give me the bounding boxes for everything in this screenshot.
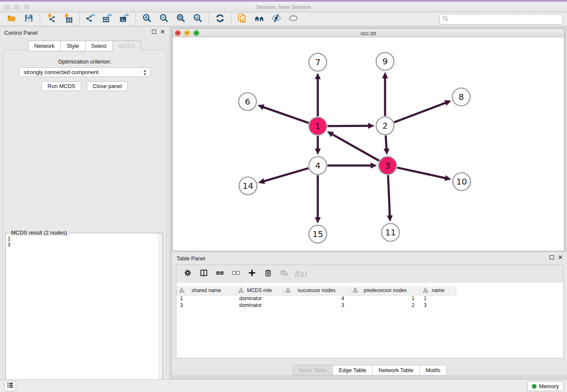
- edge-3-1[interactable]: [332, 134, 379, 161]
- delete-columns-button[interactable]: [261, 267, 275, 281]
- tab-style[interactable]: Style: [61, 41, 85, 51]
- table-row[interactable]: 3dominator323: [177, 302, 456, 309]
- import-network-button[interactable]: [43, 13, 60, 25]
- table-cell[interactable]: 3: [177, 302, 236, 309]
- tab-motifs[interactable]: Motifs: [419, 365, 446, 375]
- node-table-container: f(x) shared nameMCDS rolesuccessor nodes…: [176, 265, 564, 358]
- function-builder-button: f(x): [293, 267, 308, 281]
- control-panel-title: Control Panel: [4, 30, 38, 36]
- open-session-icon: [7, 13, 17, 25]
- mcds-result-text[interactable]: 1 3: [8, 236, 157, 392]
- edge-2-3[interactable]: [385, 135, 386, 149]
- table-cell[interactable]: 2: [350, 302, 421, 309]
- table-cell[interactable]: 1: [350, 295, 421, 302]
- zoom-fit-content-icon: [176, 13, 186, 25]
- float-panel-icon[interactable]: [152, 30, 156, 34]
- zoom-out-button[interactable]: [155, 13, 172, 25]
- edge-arrowhead-4-14: [258, 178, 265, 184]
- settings-gear-button[interactable]: [181, 267, 195, 281]
- node-table[interactable]: shared nameMCDS rolesuccessor nodesprede…: [176, 286, 456, 309]
- table-row[interactable]: 1dominator411: [177, 295, 456, 302]
- open-session-button[interactable]: [3, 13, 20, 25]
- column-header-predecessor-nodes[interactable]: predecessor nodes: [350, 286, 421, 295]
- show-column-panel-icon: [200, 269, 209, 279]
- create-column-button[interactable]: [245, 267, 259, 281]
- hide-selected-button[interactable]: [285, 13, 302, 25]
- show-all-networks-button[interactable]: [251, 13, 268, 25]
- network-window-titlebar[interactable]: scc.txt: [173, 29, 564, 37]
- network-view-window: scc.txt 1234678910111415: [172, 28, 564, 251]
- table-cell[interactable]: dominator: [236, 295, 283, 302]
- zoom-fit-content-button[interactable]: [172, 13, 189, 25]
- search-icon: [442, 15, 449, 24]
- tab-select[interactable]: Select: [85, 41, 113, 51]
- tab-edge-table[interactable]: Edge Table: [333, 365, 372, 375]
- mcds-result-title: MCDS result (2 nodes): [9, 229, 69, 236]
- tab-network-table[interactable]: Network Table: [372, 365, 419, 375]
- edge-2-8[interactable]: [394, 102, 446, 122]
- edge-3-11[interactable]: [388, 175, 390, 216]
- column-header-successor-nodes[interactable]: successor nodes: [283, 286, 350, 295]
- table-cell[interactable]: 1: [177, 295, 236, 302]
- criterion-dropdown[interactable]: strongly connected component: [19, 67, 150, 77]
- node-table-body: 1dominator4113dominator323: [177, 295, 456, 309]
- tab-mcds[interactable]: MCDS: [113, 41, 141, 51]
- search-box[interactable]: [439, 14, 563, 25]
- vertical-splitter[interactable]: [169, 27, 172, 379]
- table-cell[interactable]: 1: [421, 295, 456, 302]
- application-window: Session: New Session Control Panel ✕ Net…: [0, 0, 567, 392]
- run-mcds-button[interactable]: Run MCDS: [41, 81, 81, 91]
- search-input[interactable]: [449, 16, 560, 22]
- function-builder-icon: f(x): [294, 270, 306, 278]
- table-cell[interactable]: 4: [283, 295, 350, 302]
- settings-gear-icon: [184, 269, 193, 279]
- export-table-icon: [102, 13, 113, 25]
- node-4-label: 4: [315, 160, 321, 171]
- toggle-graphics-details-button[interactable]: [268, 13, 285, 25]
- status-bar: Memory: [0, 379, 567, 392]
- edge-3-10[interactable]: [397, 168, 446, 178]
- close-panel-icon[interactable]: ✕: [160, 30, 165, 34]
- clone-network-button[interactable]: [234, 13, 251, 25]
- close-table-panel-icon[interactable]: ✕: [558, 255, 563, 259]
- column-header-name[interactable]: name: [421, 286, 456, 295]
- edge-4-14[interactable]: [263, 168, 308, 181]
- column-header-shared-name[interactable]: shared name: [177, 286, 236, 295]
- select-all-columns-button[interactable]: [213, 267, 227, 281]
- titlebar[interactable]: Session: New Session: [0, 2, 567, 12]
- tab-node-table[interactable]: Node Table: [293, 365, 333, 375]
- network-canvas[interactable]: 1234678910111415: [173, 37, 564, 251]
- zoom-out-icon: [159, 13, 169, 25]
- import-table-button[interactable]: [60, 13, 77, 25]
- tab-network[interactable]: Network: [28, 41, 61, 51]
- float-table-panel-icon[interactable]: [550, 255, 554, 259]
- close-panel-button[interactable]: Close panel: [87, 81, 128, 91]
- zoom-in-button[interactable]: [138, 13, 155, 25]
- node-14-label: 14: [242, 181, 253, 191]
- unselect-all-columns-button[interactable]: [229, 267, 243, 281]
- result-scrollbar[interactable]: [158, 233, 162, 392]
- edge-1-6[interactable]: [263, 107, 308, 123]
- export-table-button[interactable]: [99, 13, 116, 25]
- edge-arrowhead-2-3: [383, 149, 389, 155]
- memory-button[interactable]: Memory: [527, 381, 564, 391]
- edge-1-2[interactable]: [328, 126, 369, 126]
- export-image-button[interactable]: [116, 13, 133, 25]
- table-cell[interactable]: 3: [421, 302, 456, 309]
- node-3-label: 3: [385, 160, 391, 171]
- memory-label: Memory: [539, 383, 559, 389]
- table-toolbar: f(x): [176, 265, 563, 283]
- export-network-button[interactable]: [82, 13, 99, 25]
- show-column-panel-button[interactable]: [197, 267, 211, 281]
- network-graph: 1234678910111415: [173, 37, 564, 251]
- task-history-button[interactable]: [4, 381, 16, 391]
- edge-arrowhead-1-7: [315, 73, 321, 79]
- save-session-button[interactable]: [20, 13, 37, 25]
- zoom-selected-button[interactable]: [189, 13, 206, 25]
- hide-selected-icon: [288, 13, 298, 25]
- table-cell[interactable]: 3: [283, 302, 350, 309]
- apply-layout-refresh-button[interactable]: [212, 13, 228, 25]
- column-header-MCDS-role[interactable]: MCDS role: [236, 286, 283, 295]
- column-type-icon: [238, 288, 244, 294]
- table-cell[interactable]: dominator: [236, 302, 283, 309]
